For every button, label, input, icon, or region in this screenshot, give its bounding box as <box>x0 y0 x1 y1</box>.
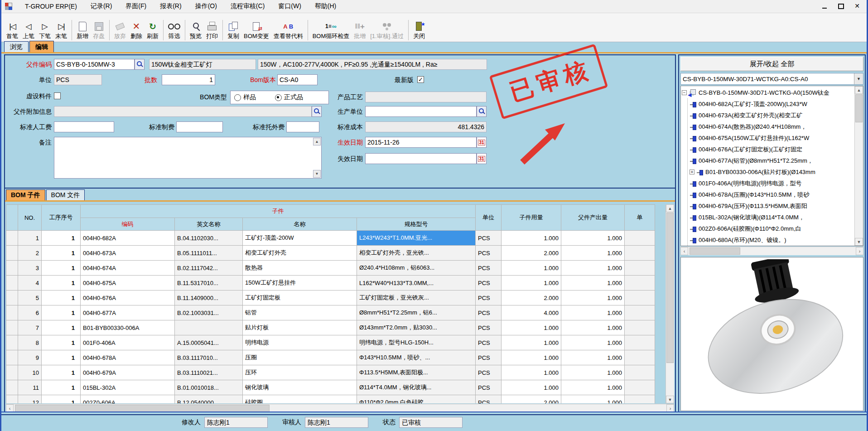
cell-code[interactable]: 004H0-678A <box>81 350 175 365</box>
cell-no[interactable]: 7 <box>18 320 42 335</box>
bom-type-radio-option[interactable]: 正式品 <box>275 93 303 102</box>
toolbar-button[interactable]: 刷新 <box>145 20 161 40</box>
cell-parent-qty[interactable]: 1.000 <box>561 395 625 404</box>
window-control-button[interactable] <box>835 1 847 10</box>
cell-unit[interactable]: PCS <box>476 261 502 276</box>
menu-item[interactable]: 帮助(H) <box>314 1 337 11</box>
cell-qty[interactable]: 1.000 <box>502 365 561 380</box>
tree-item[interactable]: 004H0-677A(铝管)(Ø8mm*H51*T2.25mm， <box>690 155 855 166</box>
parent-extra-lookup-icon[interactable] <box>312 106 322 117</box>
scroll-left-icon[interactable]: ‹ <box>680 247 688 255</box>
cell-en-name[interactable]: B.04.1102030... <box>175 231 243 246</box>
tree-item[interactable]: 004H0-676A(工矿灯固定板)(工矿灯固定 <box>690 144 855 155</box>
cell-seq[interactable]: 1 <box>42 246 81 261</box>
cell-code[interactable]: B01-BYB00330-006A <box>81 320 175 335</box>
cell-qty[interactable]: 1.000 <box>502 231 561 246</box>
cell-parent-qty[interactable]: 1.000 <box>561 305 625 320</box>
cell-qty[interactable]: 1.000 <box>502 276 561 291</box>
cell-name[interactable]: 铝管 <box>243 305 357 320</box>
cell-unit[interactable]: PCS <box>476 276 502 291</box>
toolbar-button[interactable]: 删除 <box>128 20 145 40</box>
cell-no[interactable]: 1 <box>18 231 42 246</box>
view-tab[interactable]: 编辑 <box>29 41 54 52</box>
toolbar-button[interactable]: 下笔 <box>37 20 53 40</box>
cell-row-selector[interactable] <box>6 291 18 305</box>
tree-item[interactable]: 004H0-680A(吊环)(M20、镀镍。) <box>690 234 855 246</box>
tree-item[interactable]: 001F0-406A(明纬电源)(明纬电源，型号 <box>690 178 855 189</box>
tree-item[interactable]: 004H0-682A(工矿灯-顶盖-200W)(L243*W <box>690 98 855 110</box>
cell-name[interactable]: 工矿灯固定板 <box>243 291 357 305</box>
expire-date-input[interactable] <box>365 153 477 164</box>
cell-spec[interactable]: Φ113.5*H5MM,表面阳极... <box>357 365 476 380</box>
cell-unit[interactable]: PCS <box>476 231 502 246</box>
cell-spec[interactable]: L243*W243*T1.0MM.亚光... <box>357 231 476 246</box>
cell-name[interactable]: 压环 <box>243 365 357 380</box>
cell-name[interactable]: 工矿灯-顶盖-200W <box>243 231 357 246</box>
cell-name[interactable]: 相变工矿灯外壳 <box>243 246 357 261</box>
std-cost-field[interactable]: 481.4326 <box>365 121 487 132</box>
cell-extra[interactable] <box>625 395 655 404</box>
prod-unit-input[interactable] <box>365 106 477 117</box>
cell-no[interactable]: 6 <box>18 305 42 320</box>
cell-en-name[interactable]: B.05.1111011... <box>175 246 243 261</box>
cell-parent-qty[interactable]: 1.000 <box>561 380 625 395</box>
tree-horizontal-scrollbar[interactable]: ‹ › <box>680 247 863 255</box>
cell-extra[interactable] <box>625 350 655 365</box>
cell-qty[interactable]: 1.000 <box>502 350 561 365</box>
scroll-left-icon[interactable]: ‹ <box>6 404 14 412</box>
cell-name[interactable]: 压圈 <box>243 350 357 365</box>
tree-item[interactable]: 002Z0-606A(硅胶圈)(Φ110*Φ2.0mm,白 <box>690 223 855 234</box>
remark-textarea[interactable] <box>54 137 322 179</box>
cell-parent-qty[interactable]: 1.000 <box>561 261 625 276</box>
cell-parent-qty[interactable]: 1.000 <box>561 320 625 335</box>
collapse-icon[interactable] <box>682 90 687 95</box>
cell-row-selector[interactable] <box>6 350 18 365</box>
toolbar-button[interactable]: 放弃 <box>109 20 128 40</box>
cell-qty[interactable]: 2.000 <box>502 291 561 305</box>
cell-name[interactable]: 散热器 <box>243 261 357 276</box>
cell-extra[interactable] <box>625 231 655 246</box>
cell-name[interactable]: 贴片灯板 <box>243 320 357 335</box>
bom-tab[interactable]: BOM 文件 <box>46 189 85 200</box>
cell-row-selector[interactable] <box>6 380 18 395</box>
cell-en-name[interactable]: B.03.1117010... <box>175 350 243 365</box>
cell-en-name[interactable] <box>175 320 243 335</box>
cell-qty[interactable]: 2.000 <box>502 395 561 404</box>
std-mfg-input[interactable] <box>176 121 223 132</box>
cell-unit[interactable]: PCS <box>476 380 502 395</box>
parent-code-lookup-icon[interactable] <box>135 59 145 70</box>
parent-name-field[interactable]: 150W钛金相变工矿灯 <box>149 59 256 70</box>
cell-unit[interactable]: PCS <box>476 305 502 320</box>
cell-seq[interactable]: 1 <box>42 291 81 305</box>
menu-item[interactable]: 流程审核(C) <box>230 1 265 11</box>
scroll-right-icon[interactable]: › <box>856 247 863 255</box>
cell-parent-qty[interactable]: 1.000 <box>561 291 625 305</box>
cell-parent-qty[interactable]: 1.000 <box>561 350 625 365</box>
remark-scroll-down-icon[interactable] <box>313 170 321 178</box>
cell-no[interactable]: 2 <box>18 246 42 261</box>
window-control-button[interactable] <box>819 1 830 10</box>
status-field[interactable]: 已审核 <box>399 417 463 428</box>
toolbar-button[interactable]: BOM循环检查 <box>308 20 352 40</box>
menu-item[interactable]: 操作(O) <box>194 1 218 11</box>
cell-row-selector[interactable] <box>6 231 18 246</box>
scrollbar-thumb[interactable] <box>855 94 863 122</box>
std-outsource-input[interactable] <box>286 121 319 132</box>
cell-spec[interactable]: L162*W40*H133*T3.0MM,... <box>357 276 476 291</box>
cell-en-name[interactable]: B.11.1409000... <box>175 291 243 305</box>
cell-extra[interactable] <box>625 276 655 291</box>
cell-seq[interactable]: 1 <box>42 365 81 380</box>
toolbar-button[interactable]: 筛选 <box>163 20 183 40</box>
cell-parent-qty[interactable]: 1.000 <box>561 276 625 291</box>
cell-seq[interactable]: 1 <box>42 231 81 246</box>
expand-collapse-all-button[interactable]: 展开/收起 全部 <box>680 57 863 71</box>
toolbar-button[interactable]: 批增 <box>352 20 368 40</box>
cell-no[interactable]: 11 <box>18 380 42 395</box>
cell-en-name[interactable]: B.02.1117042... <box>175 261 243 276</box>
menu-item[interactable]: 报表(R) <box>159 1 182 11</box>
cell-spec[interactable]: Φ143*H10.5MM，喷砂、... <box>357 350 476 365</box>
window-control-button[interactable] <box>851 1 863 10</box>
expire-date-calendar-icon[interactable] <box>477 153 487 164</box>
cell-seq[interactable]: 1 <box>42 335 81 350</box>
craft-field[interactable] <box>365 92 487 102</box>
